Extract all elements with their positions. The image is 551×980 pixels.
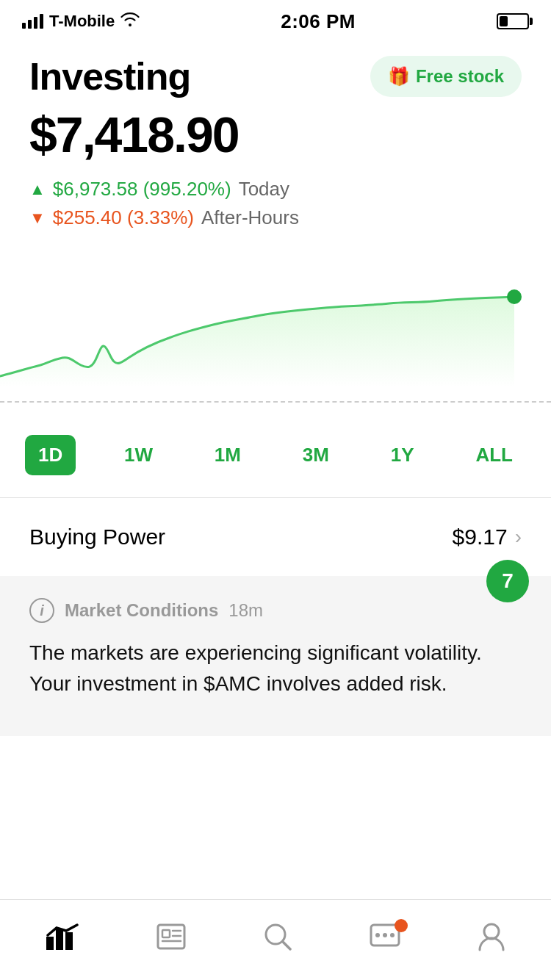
gift-icon: 🎁 [388, 66, 410, 87]
notification-source: Market Conditions [65, 600, 218, 621]
messages-icon [370, 923, 400, 956]
today-label: Today [239, 178, 289, 201]
news-icon [156, 923, 186, 956]
time-btn-1w[interactable]: 1W [111, 435, 166, 475]
notification-time: 18m [228, 600, 263, 621]
page-title: Investing [29, 54, 190, 98]
portfolio-value: $7,418.90 [29, 106, 522, 163]
nav-item-investing[interactable] [32, 916, 93, 964]
svg-point-12 [375, 933, 380, 937]
free-stock-label: Free stock [416, 66, 504, 87]
svg-point-14 [390, 933, 395, 937]
notification-card: 7 i Market Conditions 18m The markets ar… [0, 576, 551, 736]
search-icon [264, 923, 292, 957]
profile-icon [478, 922, 505, 958]
nav-item-profile[interactable] [464, 915, 519, 965]
down-arrow-icon: ▼ [29, 209, 46, 228]
time-btn-1m[interactable]: 1M [201, 435, 254, 475]
up-arrow-icon: ▲ [29, 180, 46, 199]
after-hours-change-value: $255.40 (3.33%) [53, 206, 194, 229]
header-row: Investing 🎁 Free stock [29, 54, 522, 98]
nav-item-messages[interactable] [355, 916, 415, 964]
bottom-nav [0, 899, 551, 980]
svg-rect-5 [162, 930, 170, 937]
svg-line-10 [283, 942, 290, 949]
notification-badge: 7 [486, 560, 529, 602]
chevron-right-icon: › [515, 525, 522, 549]
today-change-value: $6,973.58 (995.20%) [53, 178, 231, 201]
svg-rect-2 [56, 929, 63, 950]
nav-item-news[interactable] [142, 916, 201, 964]
notification-body: The markets are experiencing significant… [29, 638, 522, 699]
svg-point-13 [383, 933, 387, 937]
today-change-row: ▲ $6,973.58 (995.20%) Today [29, 178, 522, 201]
chart-baseline [0, 401, 551, 403]
time-btn-3m[interactable]: 3M [289, 435, 342, 475]
chart-icon [46, 923, 79, 956]
after-hours-label: After-Hours [201, 206, 299, 229]
buying-power-label: Buying Power [29, 525, 165, 550]
main-content: Investing 🎁 Free stock $7,418.90 ▲ $6,97… [0, 40, 551, 229]
svg-point-15 [484, 924, 499, 939]
time-btn-1y[interactable]: 1Y [378, 435, 428, 475]
svg-rect-1 [46, 937, 54, 950]
portfolio-chart[interactable] [0, 251, 551, 413]
signal-icon [22, 14, 43, 29]
time-btn-all[interactable]: ALL [462, 435, 526, 475]
status-left: T-Mobile [22, 12, 140, 31]
svg-rect-3 [65, 932, 73, 950]
battery-icon [497, 13, 529, 29]
wifi-icon [120, 12, 140, 31]
change-section: ▲ $6,973.58 (995.20%) Today ▼ $255.40 (3… [29, 178, 522, 229]
buying-power-right: $9.17 › [453, 525, 522, 550]
time-btn-1d[interactable]: 1D [25, 435, 76, 475]
buying-power-row[interactable]: Buying Power $9.17 › [0, 498, 551, 576]
carrier-label: T-Mobile [49, 12, 115, 31]
time-range-selector: 1D 1W 1M 3M 1Y ALL [0, 413, 551, 497]
notification-header: i Market Conditions 18m [29, 598, 522, 623]
buying-power-value: $9.17 [453, 525, 508, 550]
info-icon: i [29, 598, 54, 623]
messages-badge [395, 919, 408, 932]
status-time: 2:06 PM [281, 10, 356, 33]
svg-point-0 [507, 289, 522, 304]
nav-item-search[interactable] [249, 915, 306, 965]
free-stock-button[interactable]: 🎁 Free stock [370, 56, 522, 97]
after-hours-change-row: ▼ $255.40 (3.33%) After-Hours [29, 206, 522, 229]
status-bar: T-Mobile 2:06 PM [0, 0, 551, 40]
